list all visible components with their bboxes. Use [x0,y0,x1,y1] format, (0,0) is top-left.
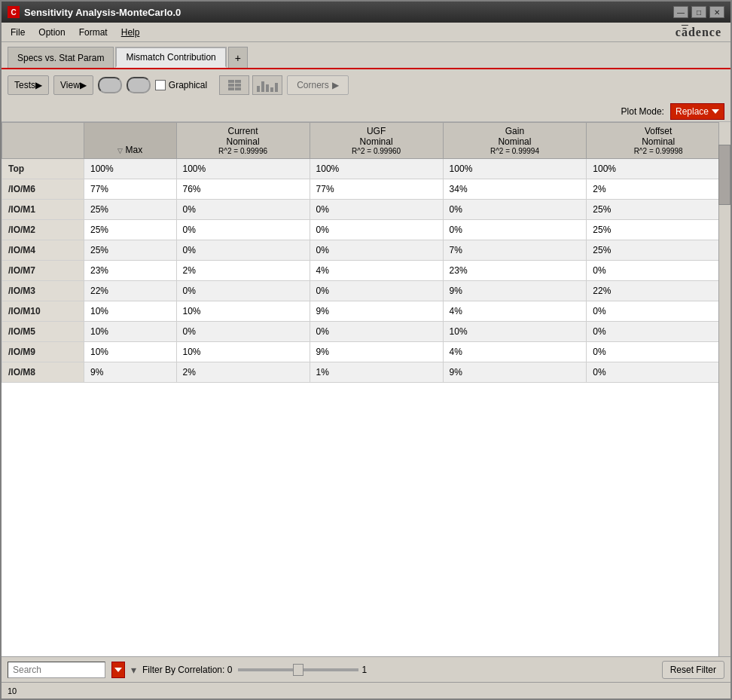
cell-gain_nominal: 34% [443,179,587,200]
cell-ugf_nominal: 9% [310,342,443,362]
sort-arrow-icon: ▽ [117,147,123,154]
toggle-1[interactable] [98,77,122,93]
app-icon: C [8,6,20,18]
search-dropdown-icon [114,668,122,672]
corners-button[interactable]: Corners ▶ [287,75,349,95]
toolbar: Tests▶ View▶ Graphical [2,69,730,101]
cell-current_nominal: 0% [176,240,310,261]
table-row: /IO/M510%0%0%10%0% [2,322,730,342]
col-current-nominal-r2: R^2 = 0.99996 [181,147,305,155]
maximize-button[interactable]: □ [691,6,706,18]
menu-option[interactable]: Option [32,26,71,39]
cell-current_nominal: 0% [176,220,310,240]
graphical-label: Graphical [169,80,207,90]
menu-format[interactable]: Format [73,26,114,39]
cell-ugf_nominal: 0% [310,281,443,301]
filter-arrow-icon[interactable]: ▾ [131,664,136,676]
cell-max: 25% [84,200,176,220]
col-ugf-nominal-label: UGFNominal [315,126,438,147]
title-bar: C Sensitivity Analysis-MonteCarlo.0 — □ … [2,2,730,23]
cell-current_nominal: 0% [176,281,310,301]
scrollbar-thumb[interactable] [718,145,730,205]
scrollbar-track[interactable] [718,122,730,656]
cell-voffset_nominal: 0% [587,362,730,383]
cell-ugf_nominal: 0% [310,240,443,261]
status-value: 10 [8,686,17,695]
minimize-button[interactable]: — [673,6,688,18]
cell-voffset_nominal: 2% [587,179,730,200]
cell-name: /IO/M5 [2,322,84,342]
col-ugf-nominal-r2: R^2 = 0.99960 [315,147,438,155]
cell-max: 23% [84,261,176,281]
chart-icon [257,78,278,92]
cell-name: /IO/M2 [2,220,84,240]
view-button[interactable]: View▶ [53,75,93,95]
table-row: /IO/M125%0%0%0%25% [2,200,730,220]
cell-max: 77% [84,179,176,200]
cell-gain_nominal: 9% [443,362,587,383]
plot-mode-label: Plot Mode: [621,106,664,117]
col-header-gain-nominal[interactable]: GainNominal R^2 = 0.99994 [443,123,587,159]
cell-gain_nominal: 0% [443,220,587,240]
cell-voffset_nominal: 0% [587,301,730,322]
cell-ugf_nominal: 0% [310,220,443,240]
corners-arrow-icon: ▶ [332,80,339,90]
menu-file[interactable]: File [5,26,31,39]
table-icon [228,80,241,90]
table-view-button[interactable] [219,75,249,95]
col-gain-nominal-label: GainNominal [448,126,582,147]
table-row: /IO/M677%76%77%34%2% [2,179,730,200]
window-title: Sensitivity Analysis-MonteCarlo.0 [24,7,181,18]
cell-voffset_nominal: 0% [587,342,730,362]
toggle-2[interactable] [127,77,151,93]
cell-voffset_nominal: 0% [587,322,730,342]
close-button[interactable]: ✕ [709,6,724,18]
cadence-logo: cādence [676,26,727,39]
col-header-current-nominal[interactable]: CurrentNominal R^2 = 0.99996 [176,123,310,159]
cell-name: /IO/M3 [2,281,84,301]
col-voffset-nominal-r2: R^2 = 0.99998 [591,147,725,155]
cell-gain_nominal: 0% [443,200,587,220]
cell-voffset_nominal: 100% [587,159,730,179]
plot-mode-value: Replace [676,106,709,117]
graphical-checkbox-group[interactable]: Graphical [155,80,207,90]
table-row: /IO/M723%2%4%23%0% [2,261,730,281]
menu-bar: File Option Format Help cādence [2,23,730,42]
title-bar-left: C Sensitivity Analysis-MonteCarlo.0 [8,6,181,18]
plot-mode-select[interactable]: Replace [670,103,724,120]
chart-view-button[interactable] [252,75,282,95]
graphical-checkbox[interactable] [155,80,166,90]
correlation-slider[interactable] [238,668,358,671]
cell-voffset_nominal: 25% [587,220,730,240]
table-scroll-area[interactable]: ▽ Max CurrentNominal R^2 = 0.99996 UGFNo… [2,122,730,656]
tests-button[interactable]: Tests▶ [8,75,49,95]
data-table-container: ▽ Max CurrentNominal R^2 = 0.99996 UGFNo… [2,122,730,656]
cell-max: 9% [84,362,176,383]
data-table: ▽ Max CurrentNominal R^2 = 0.99996 UGFNo… [2,122,730,383]
corners-label: Corners [297,80,329,90]
menu-help[interactable]: Help [115,26,146,39]
col-header-ugf-nominal[interactable]: UGFNominal R^2 = 0.99960 [310,123,443,159]
table-row: /IO/M225%0%0%0%25% [2,220,730,240]
tab-add[interactable]: + [228,47,248,68]
cell-ugf_nominal: 0% [310,200,443,220]
reset-filter-button[interactable]: Reset Filter [662,661,724,679]
cell-voffset_nominal: 22% [587,281,730,301]
cell-name: /IO/M9 [2,342,84,362]
slider-thumb[interactable] [293,664,303,676]
cell-voffset_nominal: 0% [587,261,730,281]
table-row: /IO/M910%10%9%4%0% [2,342,730,362]
cell-ugf_nominal: 77% [310,179,443,200]
cell-voffset_nominal: 25% [587,240,730,261]
cell-name: /IO/M8 [2,362,84,383]
cell-max: 25% [84,220,176,240]
col-header-voffset-nominal[interactable]: VoffsetNominal R^2 = 0.99998 [587,123,730,159]
cell-max: 10% [84,342,176,362]
col-header-max[interactable]: ▽ Max [84,123,176,159]
search-input[interactable] [8,662,105,678]
cell-name: Top [2,159,84,179]
search-dropdown-button[interactable] [111,662,125,678]
tab-mismatch-contribution[interactable]: Mismatch Contribution [115,47,226,68]
tab-specs-stat-param[interactable]: Specs vs. Stat Param [8,47,114,68]
slider-max-value: 1 [361,665,367,675]
